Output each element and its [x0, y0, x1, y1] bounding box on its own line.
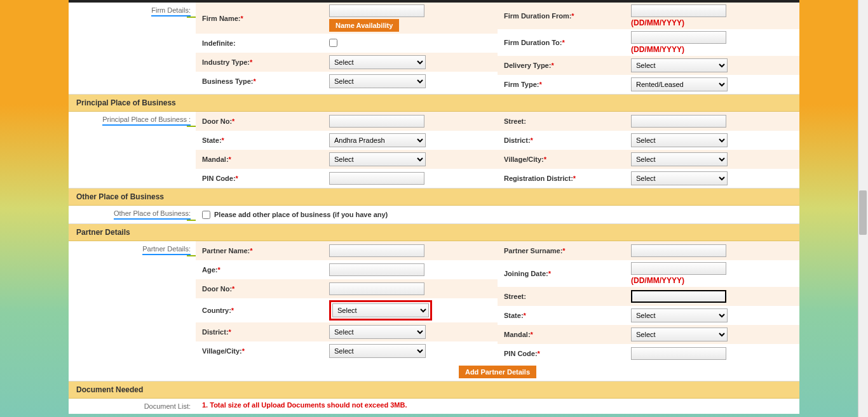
row-firmtype: Firm Type:* Rented/Leased	[498, 75, 799, 94]
row-delivery: Delivery Type:* Select	[498, 56, 799, 75]
partner-header: Partner Details	[69, 224, 799, 241]
principal-section: Principal Place of Business : Door No:* …	[69, 112, 799, 189]
document-header: Document Needed	[69, 381, 799, 399]
name-availability-button[interactable]: Name Availability	[329, 19, 399, 32]
pt-surname-input[interactable]	[631, 244, 726, 257]
p-regdist-label: Registration District:	[504, 175, 573, 182]
page-wrap: Firm Details: Firm Name:* Name Availabil…	[69, 0, 799, 414]
row-firm-name: Firm Name:* Name Availability	[196, 3, 498, 34]
p-door-input[interactable]	[329, 115, 424, 128]
document-section: Document List: 1. Total size of all Uplo…	[69, 399, 799, 414]
pt-district-select[interactable]: Select	[329, 325, 426, 339]
row-duration-from: Firm Duration From:* (DD/MM/YYYY)	[498, 3, 799, 29]
firmtype-select[interactable]: Rented/Leased	[631, 77, 728, 91]
partner-section: Partner Details: Partner Name:* Age:* Do…	[69, 241, 799, 381]
row-duration-to: Firm Duration To:* (DD/MM/YYYY)	[498, 29, 799, 56]
p-state-label: State:	[202, 136, 222, 144]
duration-from-input[interactable]	[631, 4, 726, 17]
p-district-label: District:	[504, 136, 531, 144]
pt-join-hint: (DD/MM/YYYY)	[631, 276, 799, 285]
p-state-select[interactable]: Andhra Pradesh	[329, 133, 426, 147]
pt-street-input[interactable]	[631, 290, 726, 303]
firm-details-section: Firm Details: Firm Name:* Name Availabil…	[69, 3, 799, 95]
pt-join-label: Joining Date:	[504, 270, 548, 277]
add-partner-button[interactable]: Add Partner Details	[459, 366, 536, 378]
other-side-label: Other Place of Business:	[69, 206, 196, 223]
other-checkbox[interactable]	[202, 211, 210, 219]
pt-surname-label: Partner Surname:	[504, 247, 562, 255]
delivery-label: Delivery Type:	[504, 62, 551, 69]
indefinite-checkbox[interactable]	[329, 39, 337, 47]
row-industry: Industry Type:* Select	[196, 53, 498, 72]
pt-pin-label: PIN Code:	[504, 350, 538, 357]
p-district-select[interactable]: Select	[631, 133, 728, 147]
business-select[interactable]: Select	[329, 74, 426, 88]
duration-from-hint: (DD/MM/YYYY)	[631, 18, 799, 27]
industry-label: Industry Type:	[202, 58, 250, 66]
delivery-select[interactable]: Select	[631, 58, 728, 72]
p-mandal-select[interactable]: Select	[329, 152, 426, 166]
other-section: Other Place of Business: Please add othe…	[69, 206, 799, 224]
pt-village-select[interactable]: Select	[329, 344, 426, 358]
pt-mandal-label: Mandal:	[504, 331, 531, 338]
p-regdist-select[interactable]: Select	[631, 171, 728, 185]
p-village-label: Village/City:	[504, 156, 544, 163]
other-header: Other Place of Business	[69, 189, 799, 206]
duration-to-label: Firm Duration To:	[504, 39, 562, 46]
duration-from-label: Firm Duration From:	[504, 12, 571, 20]
country-highlight: Select	[329, 300, 432, 321]
pt-age-label: Age:	[202, 266, 217, 274]
document-side-label: Document List:	[69, 399, 196, 414]
document-note: 1. Total size of all Upload Documents sh…	[196, 399, 414, 414]
pt-village-label: Village/City:	[202, 347, 242, 355]
indefinite-label: Indefinite:	[202, 39, 236, 47]
p-street-label: Street:	[504, 117, 526, 125]
pt-street-label: Street:	[504, 293, 526, 300]
firm-side-label: Firm Details:	[69, 3, 196, 94]
firm-name-label: Firm Name:	[202, 15, 241, 22]
pt-door-input[interactable]	[329, 282, 424, 295]
other-check-label: Please add other place of business (if y…	[214, 211, 388, 218]
pt-district-label: District:	[202, 328, 229, 336]
pt-door-label: Door No:	[202, 285, 232, 293]
p-pin-input[interactable]	[329, 172, 424, 185]
p-village-select[interactable]: Select	[631, 152, 728, 166]
partner-side-label: Partner Details:	[69, 241, 196, 381]
p-pin-label: PIN Code:	[202, 175, 236, 182]
principal-side-label: Principal Place of Business :	[69, 112, 196, 188]
principal-header: Principal Place of Business	[69, 95, 799, 112]
duration-to-input[interactable]	[631, 31, 726, 44]
industry-select[interactable]: Select	[329, 55, 426, 69]
p-mandal-label: Mandal:	[202, 156, 229, 163]
row-business: Business Type:* Select	[196, 72, 498, 91]
pt-state-label: State:	[504, 312, 524, 319]
p-street-input[interactable]	[631, 115, 726, 128]
pt-age-input[interactable]	[329, 263, 424, 276]
pt-country-select[interactable]: Select	[332, 303, 429, 317]
firm-name-input[interactable]	[329, 4, 424, 17]
business-label: Business Type:	[202, 77, 254, 85]
firmtype-label: Firm Type:	[504, 81, 539, 88]
duration-to-hint: (DD/MM/YYYY)	[631, 45, 799, 54]
scroll-thumb[interactable]	[859, 190, 867, 235]
p-door-label: Door No:	[202, 117, 232, 125]
pt-country-label: Country:	[202, 307, 231, 314]
pt-join-input[interactable]	[631, 262, 726, 275]
pt-pin-input[interactable]	[631, 347, 726, 360]
row-indefinite: Indefinite:	[196, 34, 498, 53]
scrollbar[interactable]	[858, 0, 868, 417]
pt-name-label: Partner Name:	[202, 247, 250, 255]
pt-name-input[interactable]	[329, 244, 424, 257]
pt-mandal-select[interactable]: Select	[631, 328, 728, 341]
pt-state-select[interactable]: Select	[631, 308, 728, 322]
